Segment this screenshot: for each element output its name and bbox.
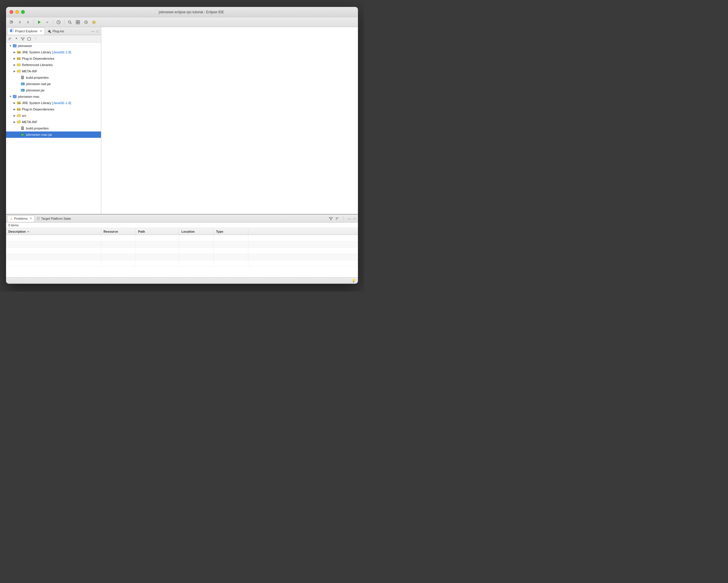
table-row[interactable] [6,235,358,241]
customize-button[interactable] [26,36,32,42]
bottom-menu-button[interactable]: ⋮ [341,216,346,221]
bottom-tabs: ⚠ Problems ✕ ⬡ Target Platform State [6,214,358,222]
col-description-header[interactable]: Description [6,228,101,235]
toggle-jre-mac[interactable]: ▶ [12,101,17,105]
table-row[interactable] [6,248,358,254]
titlebar: jxbrowser-eclipse-rpc-tutorial - Eclipse… [6,7,358,17]
empty-cell [6,241,101,247]
col-location-header[interactable]: Location [179,228,214,235]
back-button[interactable] [17,19,23,26]
perspective-button[interactable] [82,19,89,26]
build-props-mac-icon [21,126,25,131]
link-with-editor-button[interactable] [14,36,19,42]
toggle-plugin-deps-mac[interactable]: ▶ [12,107,17,111]
minimize-button[interactable] [15,10,19,14]
table-header: Description Resource Path Location Type [6,228,358,235]
tree-item-jxbrowser[interactable]: ▼ jxbrowser [6,43,101,49]
empty-cell [179,241,214,247]
panel-min-button[interactable]: — [90,29,95,33]
left-panel: Project Explorer ✕ 🔌 Plug-ins — □ [6,27,101,214]
jre-icon: JRE [17,50,21,54]
tree-item-jxbrowser-swt[interactable]: ▶ jar jxbrowser-swt.jar [6,81,101,87]
bottom-expand-button[interactable] [334,216,340,221]
panel-tabs: Project Explorer ✕ 🔌 Plug-ins — □ [6,27,101,35]
tree-item-src[interactable]: ▶ src [6,112,101,119]
toggle-jxbrowser-mac[interactable]: ▼ [8,95,12,99]
svg-text:jar: jar [21,134,23,135]
collapse-all-button[interactable] [7,36,13,42]
description-label: Description [8,230,26,233]
project-explorer-close[interactable]: ✕ [40,29,42,33]
tree-item-build-props[interactable]: ▶ build.properties [6,74,101,81]
svg-text:JRE: JRE [18,102,21,104]
empty-cell [136,260,179,266]
run-dropdown[interactable] [44,19,51,26]
empty-cell [179,248,214,254]
editor-content [101,27,358,214]
table-row[interactable] [6,254,358,260]
toggle-jxbrowser[interactable]: ▼ [8,44,12,48]
tab-plug-ins[interactable]: 🔌 Plug-ins [45,28,66,34]
tree-item-build-props-mac[interactable]: ▶ build.properties [6,125,101,131]
svg-rect-31 [13,95,15,96]
tree-item-meta-inf[interactable]: ▶ META-INF [6,68,101,74]
file-menu-button[interactable] [8,19,15,26]
col-type-header[interactable]: Type [214,228,248,235]
col-path-header[interactable]: Path [136,228,179,235]
search-button[interactable] [66,19,73,26]
filter-button[interactable] [20,36,26,42]
tree-item-plugin-deps-mac[interactable]: ▶ Plug Plug-in Dependencies [6,106,101,112]
toggle-meta-inf-mac[interactable]: ▶ [12,120,17,124]
src-label: src [22,114,26,117]
run-button[interactable] [36,19,43,26]
maximize-button[interactable] [21,10,25,14]
bottom-max-button[interactable]: □ [352,216,357,221]
forward-button[interactable] [25,19,31,26]
toggle-jre[interactable]: ▶ [12,50,17,54]
table-row[interactable] [6,241,358,248]
svg-rect-7 [76,23,78,24]
tab-target-platform[interactable]: ⬡ Target Platform State [35,216,73,221]
grid-button[interactable] [74,19,81,26]
bottom-filter-button[interactable] [328,216,334,221]
plug-ins-label: Plug-ins [52,29,64,33]
tree-item-jxbrowser-mac[interactable]: ▼ jxbrowser-mac [6,94,101,100]
view-menu-button[interactable]: ⋮ [33,36,38,42]
tree-item-jxbrowser-jar[interactable]: ▶ jar jxbrowser.jar [6,87,101,94]
build-button[interactable] [55,19,62,26]
project-explorer-icon [10,29,14,33]
empty-cell [136,254,179,260]
toggle-ref-libs[interactable]: ▶ [12,63,17,67]
svg-text:J: J [93,21,94,23]
table-row[interactable] [6,260,358,267]
close-button[interactable] [9,10,13,14]
svg-text:Plug: Plug [17,58,20,60]
meta-inf-icon [17,69,21,74]
toggle-plugin-deps[interactable]: ▶ [12,56,17,60]
toggle-meta-inf[interactable]: ▶ [12,69,17,73]
col-resource-header[interactable]: Resource [101,228,136,235]
tree-item-plugin-deps[interactable]: ▶ Plug Plug-in Dependencies [6,55,101,62]
tree-item-jre-mac[interactable]: ▶ JRE JRE System Library [JavaSE-1.8] [6,100,101,106]
problems-close[interactable]: ✕ [30,217,32,220]
empty-cell [214,248,248,254]
ref-libs-label: Referenced Libraries [22,63,53,67]
svg-text:jar: jar [21,83,23,85]
resource-label: Resource [104,230,118,233]
build-props-icon [21,75,25,80]
svg-line-4 [70,23,72,24]
svg-rect-22 [21,76,24,79]
tab-project-explorer[interactable]: Project Explorer ✕ [7,27,45,34]
bottom-min-button[interactable]: — [347,216,352,221]
toggle-src[interactable]: ▶ [12,114,17,117]
tree-item-meta-inf-mac[interactable]: ▶ META-INF [6,119,101,125]
tab-problems[interactable]: ⚠ Problems ✕ [7,215,35,222]
java-perspective[interactable]: J [90,19,98,26]
panel-max-button[interactable]: □ [95,29,100,33]
tree-item-jxbrowser-mac-jar[interactable]: ▶ jar jxbrowser-mac.jar [6,131,101,138]
tree-item-ref-libs[interactable]: ▶ Referenced Libraries [6,62,101,68]
type-label: Type [216,230,223,233]
mac-jar-icon: jar [21,132,25,137]
tree-item-jre[interactable]: ▶ JRE JRE System Library [JavaSE-1.8] [6,49,101,55]
svg-rect-12 [10,29,12,32]
